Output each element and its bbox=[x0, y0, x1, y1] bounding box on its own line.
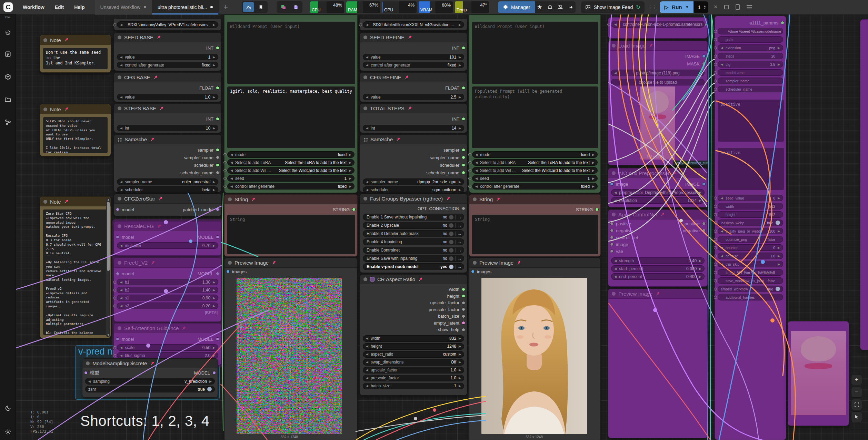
increment-arrow[interactable]: ▶ bbox=[459, 376, 461, 380]
increment-arrow[interactable]: ▶ bbox=[459, 126, 461, 130]
node-wildcard-prompt-refine[interactable]: Wildcard Prompt (User input) Populated P… bbox=[469, 14, 601, 193]
manager-button[interactable]: Manager bbox=[498, 1, 535, 13]
widget[interactable]: ◀schedulerbeta▶ bbox=[117, 186, 218, 193]
wildcard-prompt-input[interactable]: Wildcard Prompt (User input) bbox=[472, 22, 598, 84]
chevron-down-icon[interactable]: ▼ bbox=[685, 5, 689, 9]
save-button[interactable] bbox=[290, 2, 301, 12]
input-dot[interactable] bbox=[610, 182, 613, 186]
bell-muted-icon[interactable] bbox=[558, 4, 563, 10]
decrement-arrow[interactable]: ◀ bbox=[366, 345, 368, 348]
string-input[interactable]: String bbox=[472, 215, 598, 254]
widget[interactable]: ◀pasted/image (119).png▶ bbox=[611, 70, 705, 76]
widget[interactable]: ◀optimize_pngfalse▶ bbox=[718, 236, 783, 243]
increment-arrow[interactable]: ▶ bbox=[213, 55, 215, 59]
sidebar-workflows-button[interactable] bbox=[3, 94, 13, 105]
increment-arrow[interactable]: ▶ bbox=[459, 360, 461, 364]
input-slot[interactable]: image bbox=[608, 241, 707, 248]
decrement-arrow[interactable]: ◀ bbox=[230, 177, 233, 180]
bypass-arrow-icon[interactable]: → bbox=[457, 248, 462, 253]
positive-prompt-input[interactable]: positive bbox=[718, 100, 784, 142]
widget[interactable]: ◀extensionpng▶ bbox=[718, 44, 783, 51]
output-dot[interactable] bbox=[212, 371, 216, 375]
decrement-arrow[interactable]: ◀ bbox=[366, 188, 368, 192]
decrement-arrow[interactable]: ◀ bbox=[475, 169, 478, 172]
input-slot[interactable]: vae bbox=[608, 248, 707, 255]
widget[interactable]: ◀width512▶ bbox=[718, 203, 783, 209]
widget[interactable]: ◀cfg3.5▶ bbox=[718, 61, 783, 68]
node-apply-controlnet[interactable]: Apply ControlNet positivenegativecontrol… bbox=[608, 209, 708, 287]
widget[interactable]: ◀seed_value0▶ bbox=[718, 195, 783, 201]
toggle-knob[interactable] bbox=[449, 256, 453, 261]
cancel-run-button[interactable]: × bbox=[714, 3, 718, 11]
output-slot[interactable]: height bbox=[360, 293, 467, 300]
input-dot[interactable] bbox=[84, 371, 88, 375]
collapse-dot[interactable] bbox=[118, 35, 121, 39]
ckpt-name-widget[interactable]: ◀SDXL\fabledIllusionXXXLN_v4Gravitation … bbox=[363, 21, 464, 28]
increment-arrow[interactable]: ▶ bbox=[349, 153, 351, 156]
zoom-out-button[interactable]: − bbox=[851, 387, 862, 398]
decrement-arrow[interactable]: ◀ bbox=[366, 368, 368, 372]
increment-arrow[interactable]: ▶ bbox=[459, 63, 461, 67]
increment-arrow[interactable]: ▶ bbox=[459, 352, 461, 356]
drag-handle[interactable]: ⋮⋮ bbox=[649, 4, 656, 10]
decrement-arrow[interactable]: ◀ bbox=[366, 95, 368, 99]
decrement-arrow[interactable]: ◀ bbox=[366, 376, 368, 380]
bypass-toggle-row[interactable]: Enable Save with inpainting no → bbox=[363, 255, 464, 262]
widget[interactable]: ◀clip_skip▶ bbox=[718, 261, 783, 267]
scroll-thumb[interactable] bbox=[107, 202, 110, 271]
populated-prompt-input[interactable]: 1girl, solo, realistic, masterpiece, bes… bbox=[227, 86, 355, 148]
collapse-dot[interactable] bbox=[118, 106, 121, 110]
node-controlnet-loader[interactable]: ◀controlnetcontrolnet-union-sdxl-1-proma… bbox=[608, 17, 708, 39]
widget[interactable]: ◀width832▶ bbox=[363, 335, 464, 342]
widget[interactable]: ◀preprocessorDepthAnythingPreprocessor▶ bbox=[611, 189, 705, 196]
bypass-arrow-icon[interactable]: → bbox=[457, 256, 462, 261]
bypass-toggle-row[interactable]: Enable 1 Save without inpainting no → bbox=[363, 214, 464, 221]
slot-dot[interactable] bbox=[462, 308, 465, 311]
comfyui-logo[interactable]: C bbox=[3, 2, 13, 12]
increment-arrow[interactable]: ▶ bbox=[209, 380, 212, 383]
node-total-steps[interactable]: TOTAL STEPS INT ◀int14▶ bbox=[360, 103, 467, 133]
widget[interactable]: ◀int10▶ bbox=[117, 125, 218, 131]
menu-workflow[interactable]: Workflow bbox=[18, 0, 50, 14]
toggle-knob[interactable] bbox=[449, 215, 453, 219]
slot-dot[interactable] bbox=[462, 301, 465, 305]
output-slot[interactable]: batch_size bbox=[360, 313, 467, 320]
sidebar-node-library-button[interactable] bbox=[3, 49, 13, 59]
widget[interactable]: ◀value1▶ bbox=[117, 54, 218, 60]
node-load-image[interactable]: Load Image IMAGEMASK ◀pasted/image (119)… bbox=[608, 41, 708, 165]
new-tab-button[interactable]: + bbox=[219, 0, 233, 14]
widget[interactable]: ◀seed1▶ bbox=[472, 175, 598, 182]
node-string-refine[interactable]: String STRING String bbox=[469, 194, 601, 257]
slot-dot[interactable] bbox=[462, 315, 465, 318]
note-node-steps[interactable]: Note STEPS BASE should never exceed the … bbox=[40, 104, 111, 156]
slot-dot[interactable] bbox=[462, 86, 465, 90]
slot-dot[interactable] bbox=[216, 163, 219, 167]
decrement-arrow[interactable]: ◀ bbox=[120, 126, 122, 130]
decrement-arrow[interactable]: ◀ bbox=[230, 185, 233, 188]
output-slot[interactable]: sampler bbox=[360, 146, 467, 154]
widget[interactable]: ◀Select to add Wil ...Select the Wildcar… bbox=[472, 167, 598, 174]
toggle-knob[interactable] bbox=[449, 232, 453, 236]
settings-button[interactable] bbox=[3, 427, 13, 437]
increment-arrow[interactable]: ▶ bbox=[459, 95, 461, 99]
bypass-arrow-icon[interactable]: → bbox=[457, 223, 462, 228]
output-slot[interactable]: show_help bbox=[360, 326, 467, 333]
decrement-arrow[interactable]: ◀ bbox=[475, 177, 478, 180]
bypass-toggle-row[interactable]: Enable 4 Inpainting no → bbox=[363, 238, 464, 245]
increment-arrow[interactable]: ▶ bbox=[459, 337, 461, 340]
slot-dot[interactable] bbox=[216, 148, 219, 152]
node-fast-groups-bypasser[interactable]: Fast Groups Bypasser (rgthree) OPT_CONNE… bbox=[360, 194, 467, 273]
decrement-arrow[interactable]: ◀ bbox=[230, 153, 233, 156]
output-slot[interactable]: IMAGE bbox=[608, 52, 707, 60]
widget[interactable]: ◀Select to add Wil ...Select the Wildcar… bbox=[227, 167, 355, 174]
node-seed-base[interactable]: SEED BASE INT ◀value1▶◀control after gen… bbox=[114, 32, 221, 71]
caret-down-icon[interactable]: ▼ bbox=[704, 7, 706, 10]
node-partial-right-edge[interactable] bbox=[860, 19, 868, 350]
widget[interactable]: ◀prescale_factor1.0▶ bbox=[363, 375, 464, 381]
widget[interactable]: ◀sampler_nameeuler_ancestral▶ bbox=[117, 178, 218, 185]
preview-image-portrait[interactable] bbox=[481, 278, 587, 434]
output-slot[interactable]: width bbox=[360, 286, 467, 293]
input-dot[interactable] bbox=[226, 270, 230, 273]
preview-image-noise[interactable] bbox=[237, 278, 342, 434]
slot-dot[interactable] bbox=[702, 229, 706, 232]
